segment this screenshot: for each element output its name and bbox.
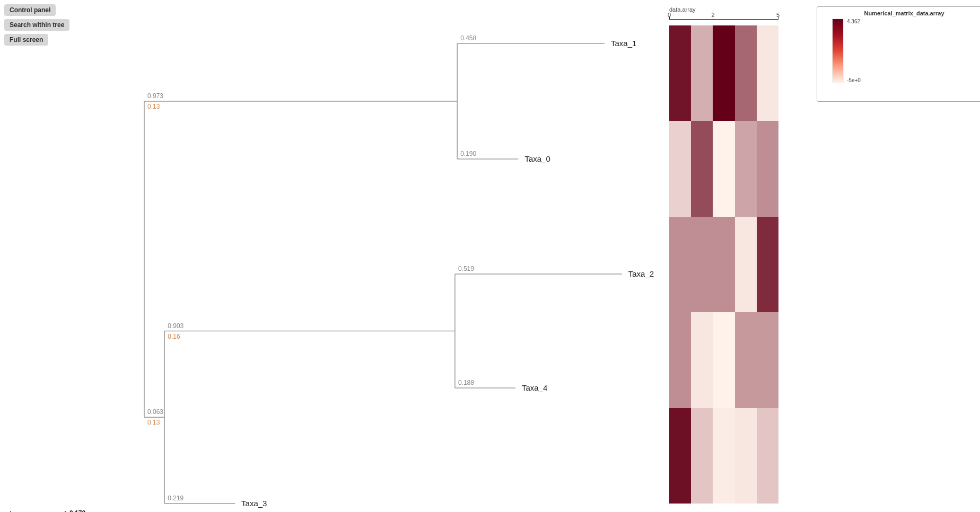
support-value: 0.13 [147,103,160,110]
heatmap-cell[interactable] [691,25,713,121]
heatmap-cell[interactable] [757,217,778,312]
leaf-label: Taxa_2 [628,269,654,278]
heatmap-cell[interactable] [691,217,713,312]
heatmap-tick-label: 0 [668,12,671,18]
leaf-label: Taxa_1 [611,39,636,48]
support-value: 0.16 [168,333,180,340]
legend-min: -5e+0 [847,77,861,83]
leaf-label: Taxa_4 [522,383,547,392]
support-value: 0.13 [147,419,160,426]
heatmap-cell[interactable] [735,25,757,121]
heatmap-axis-line [669,19,778,20]
heatmap-cell[interactable] [757,25,778,121]
heatmap-cell[interactable] [691,312,713,408]
heatmap-cell[interactable] [691,121,713,216]
heatmap-cell[interactable] [669,408,691,504]
heatmap-cell[interactable] [669,121,691,216]
branch-length: 0.063 [147,408,163,416]
phylo-tree[interactable]: 0.9730.130.458Taxa_10.190Taxa_00.0630.13… [0,0,663,512]
legend-color-bar [832,19,844,83]
legend-title: Numerical_matrix_data.array [822,10,980,16]
branch-length: 0.188 [458,379,474,386]
heatmap-tick-label: 5 [776,12,780,18]
branch-length: 0.519 [458,265,474,272]
leaf-label: Taxa_0 [524,154,550,163]
heatmap-cell[interactable] [713,408,734,504]
heatmap-grid [669,25,778,504]
branch-length: 0.458 [460,34,476,42]
branch-length: 0.973 [147,92,163,100]
heatmap-title: data.array [669,6,696,13]
heatmap-cell[interactable] [735,121,757,216]
heatmap[interactable]: data.array025 [669,6,778,504]
heatmap-cell[interactable] [735,408,757,504]
heatmap-cell[interactable] [735,217,757,312]
heatmap-cell[interactable] [713,312,734,408]
heatmap-cell[interactable] [757,408,778,504]
branch-length: 0.219 [168,495,183,502]
branch-length: 0.903 [168,322,183,330]
legend-max: 4.362 [847,19,861,24]
scale-bar-label: 0.170 [69,509,85,512]
heatmap-cell[interactable] [757,121,778,216]
leaf-label: Taxa_3 [241,499,267,508]
branch-length: 0.190 [460,150,476,157]
heatmap-cell[interactable] [669,312,691,408]
heatmap-cell[interactable] [713,217,734,312]
heatmap-cell[interactable] [757,312,778,408]
heatmap-cell[interactable] [669,25,691,121]
heatmap-cell[interactable] [691,408,713,504]
heatmap-cell[interactable] [669,217,691,312]
heatmap-cell[interactable] [713,121,734,216]
heatmap-cell[interactable] [713,25,734,121]
color-legend[interactable]: Numerical_matrix_data.array 4.362 -5e+0 [817,6,980,102]
heatmap-tick-label: 2 [711,12,714,18]
heatmap-cell[interactable] [735,312,757,408]
